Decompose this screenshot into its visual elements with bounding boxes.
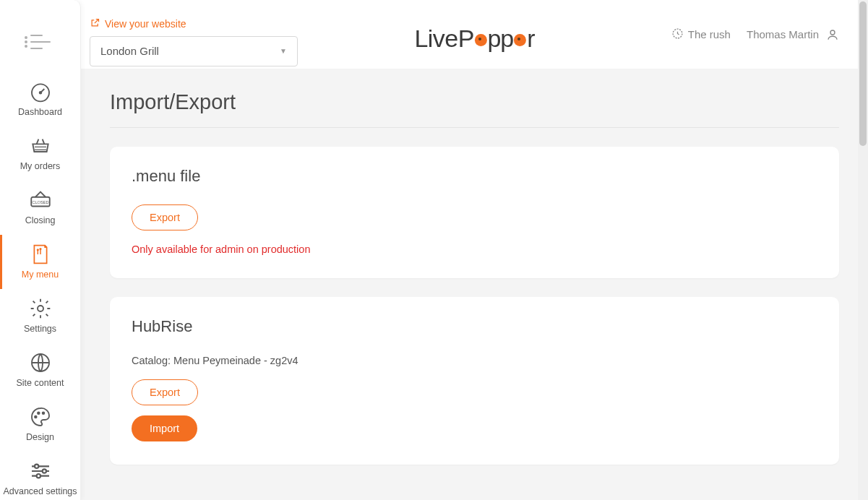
sidebar-item-design[interactable]: Design xyxy=(0,397,80,452)
hamburger-menu-icon[interactable] xyxy=(30,35,51,49)
card-title: HubRise xyxy=(132,317,817,336)
import-hubrise-button[interactable]: Import xyxy=(132,415,197,441)
svg-point-9 xyxy=(38,412,40,414)
topbar: View your website London Grill ▼ LivePep… xyxy=(81,0,868,69)
sidebar-item-site-content[interactable]: Site content xyxy=(0,343,80,397)
sidebar-item-label: My menu xyxy=(22,270,59,280)
svg-point-6 xyxy=(38,306,43,311)
catalog-line: Catalog: Menu Peymeinade - zg2v4 xyxy=(132,355,817,366)
svg-point-11 xyxy=(35,465,38,468)
scrollbar-thumb[interactable] xyxy=(859,1,867,146)
logo-first: Live xyxy=(414,25,457,53)
card-hubrise: HubRise Catalog: Menu Peymeinade - zg2v4… xyxy=(110,297,839,465)
svg-text:CLOSED: CLOSED xyxy=(32,200,48,204)
svg-point-13 xyxy=(36,474,40,478)
svg-point-1 xyxy=(39,92,41,94)
closed-sign-icon: CLOSED xyxy=(28,188,53,212)
view-website-link[interactable]: View your website xyxy=(90,17,298,30)
sidebar-item-dashboard[interactable]: Dashboard xyxy=(0,72,80,126)
sidebar-item-label: Settings xyxy=(24,324,56,335)
sidebar-item-closing[interactable]: CLOSED Closing xyxy=(0,181,80,235)
svg-point-8 xyxy=(35,416,37,418)
sidebar-item-label: Site content xyxy=(16,378,64,389)
sidebar: Dashboard My orders CLOSED Closing My me… xyxy=(0,0,81,500)
rush-link[interactable]: The rush xyxy=(671,27,731,42)
content-area: Import/Export .menu file Export Only ava… xyxy=(81,69,868,500)
svg-point-12 xyxy=(42,469,46,473)
rush-label: The rush xyxy=(688,28,731,40)
sidebar-item-label: Advanced settings xyxy=(3,486,77,497)
sidebar-item-settings[interactable]: Settings xyxy=(0,289,80,343)
basket-icon xyxy=(28,134,53,158)
svg-point-5 xyxy=(40,249,40,249)
palette-icon xyxy=(28,405,53,429)
user-menu[interactable]: Thomas Martin xyxy=(747,28,839,41)
sidebar-item-label: Design xyxy=(26,432,54,443)
scrollbar[interactable] xyxy=(858,0,868,500)
card-menu-file: .menu file Export Only available for adm… xyxy=(110,147,839,278)
sidebar-item-menu[interactable]: My menu xyxy=(0,235,80,289)
svg-point-10 xyxy=(42,412,44,414)
sidebar-item-orders[interactable]: My orders xyxy=(0,126,80,181)
user-icon xyxy=(826,28,839,41)
svg-point-15 xyxy=(830,30,835,35)
divider xyxy=(110,127,839,128)
globe-icon xyxy=(28,350,53,375)
user-name: Thomas Martin xyxy=(747,28,819,40)
external-link-icon xyxy=(90,17,100,30)
chevron-down-icon: ▼ xyxy=(280,47,287,55)
location-select[interactable]: London Grill ▼ xyxy=(90,36,298,66)
page-title: Import/Export xyxy=(110,90,839,114)
card-title: .menu file xyxy=(132,167,817,186)
sidebar-item-label: Dashboard xyxy=(18,107,62,118)
export-menu-button[interactable]: Export xyxy=(132,204,198,230)
menu-book-icon xyxy=(28,242,53,267)
sidebar-item-label: Closing xyxy=(25,215,56,226)
export-hubrise-button[interactable]: Export xyxy=(132,379,198,405)
sliders-icon xyxy=(28,459,53,483)
location-selected-value: London Grill xyxy=(100,45,159,57)
gear-icon xyxy=(28,296,53,321)
admin-warning-text: Only available for admin on production xyxy=(132,243,817,255)
clock-icon xyxy=(671,27,684,42)
sidebar-item-label: My orders xyxy=(20,161,61,172)
svg-point-4 xyxy=(37,249,38,250)
logo: LivePepper xyxy=(414,25,534,53)
view-website-label: View your website xyxy=(105,18,186,30)
sidebar-item-advanced-settings[interactable]: Advanced settings xyxy=(0,452,80,500)
gauge-icon xyxy=(28,79,53,104)
